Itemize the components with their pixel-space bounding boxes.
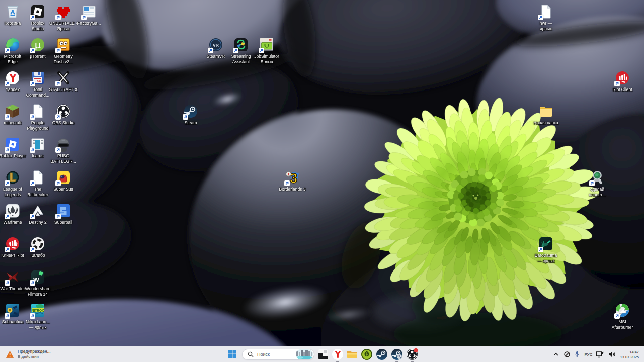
svg-text:64: 64 [37,79,41,83]
svg-text:NITROX: NITROX [32,309,44,312]
svg-text:µ: µ [35,39,41,50]
